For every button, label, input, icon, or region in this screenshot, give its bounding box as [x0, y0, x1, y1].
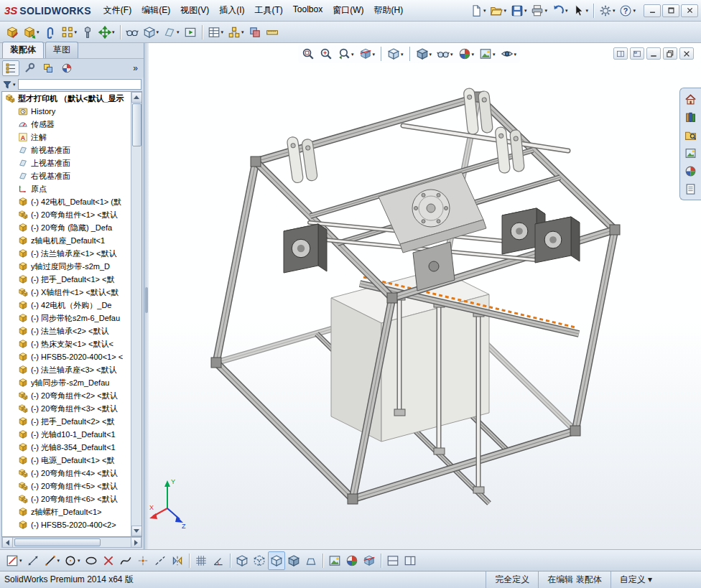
angle-snap-button[interactable] — [210, 551, 227, 570]
interference-detection-button[interactable] — [246, 23, 264, 42]
print-button[interactable]: ▾ — [529, 1, 549, 20]
section-view-button[interactable] — [361, 551, 378, 570]
tree-item[interactable]: (-) 光轴8-354_Default<1 — [2, 441, 131, 454]
dropdown-caret-icon[interactable]: ▾ — [373, 52, 376, 57]
tree-item[interactable]: (-) 20弯角组件<2> <默认 — [2, 389, 131, 402]
dropdown-caret-icon[interactable]: ▾ — [75, 29, 78, 34]
new-motion-study-button[interactable] — [182, 23, 199, 42]
display-style-button[interactable]: ▾ — [414, 45, 435, 62]
tree-item[interactable]: (-) 同步带轮s2m-6_Defau — [2, 312, 131, 325]
tree-item[interactable]: (-) HFSB5-2020-400<2> — [2, 518, 131, 531]
insert-component-button[interactable]: ▾ — [21, 23, 42, 42]
reference-geometry-button[interactable]: ▾ — [161, 23, 182, 42]
tree-item[interactable]: (-) 把手_Default<2> <默 — [2, 415, 131, 428]
dropdown-caret-icon[interactable]: ▾ — [351, 52, 354, 57]
menu-item[interactable]: 工具(T) — [249, 2, 287, 19]
dropdown-caret-icon[interactable]: ▾ — [483, 8, 486, 13]
grid-button[interactable] — [192, 551, 210, 570]
spline-button[interactable] — [117, 551, 134, 570]
help-button[interactable]: ?▾ — [617, 1, 638, 20]
show-hidden-components-button[interactable] — [124, 23, 141, 42]
edit-component-button[interactable] — [4, 23, 21, 42]
tree-item[interactable]: (-) 20弯角组件<1> <默认 — [2, 208, 131, 221]
menu-item[interactable]: 编辑(E) — [136, 2, 175, 19]
close-button[interactable] — [679, 47, 694, 60]
dropdown-caret-icon[interactable]: ▾ — [503, 8, 506, 13]
ellipse-button[interactable] — [83, 551, 100, 570]
task-pane-appearances-button[interactable] — [682, 163, 700, 179]
bill-of-materials-button[interactable]: ▾ — [205, 23, 226, 42]
pane-tab-featuremanager[interactable] — [2, 60, 19, 76]
dropdown-caret-icon[interactable]: ▾ — [585, 8, 588, 13]
tree-item[interactable]: (-) HFSB5-2020-400<1> < — [2, 350, 131, 363]
tree-item[interactable]: History — [2, 105, 131, 118]
edit-appearance-button[interactable] — [343, 551, 361, 570]
tree-item[interactable]: (-) 法兰轴承座<1> <默认 — [2, 247, 131, 260]
scroll-thumb[interactable] — [132, 103, 141, 146]
select-cursor-button[interactable]: ▾ — [570, 1, 590, 20]
mirror-entities-button[interactable] — [169, 551, 186, 570]
measure-button[interactable] — [264, 23, 281, 42]
hidden-lines-view-button[interactable] — [251, 551, 268, 570]
tree-item[interactable]: z轴电机座_Default<1 — [2, 234, 131, 247]
dropdown-caret-icon[interactable]: ▾ — [57, 558, 60, 563]
dropdown-caret-icon[interactable]: ▾ — [450, 52, 453, 57]
open-button[interactable]: ▾ — [488, 1, 509, 20]
window-minimize-button[interactable] — [644, 4, 661, 17]
dropdown-caret-icon[interactable]: ▾ — [493, 52, 496, 57]
tree-item[interactable]: (-) 把手_Default<1> <默 — [2, 273, 131, 286]
smart-fasteners-button[interactable] — [79, 23, 96, 42]
doc-tab[interactable]: 草图 — [45, 42, 78, 58]
options-gear-button[interactable]: ▾ — [597, 1, 618, 20]
tree-item[interactable]: 传感器 — [2, 118, 131, 131]
shaded-view-button[interactable] — [285, 551, 302, 570]
edit-appearance-button[interactable]: ▾ — [456, 45, 477, 62]
dropdown-caret-icon[interactable]: ▾ — [633, 8, 636, 13]
filter-caret-icon[interactable]: ▾ — [13, 82, 16, 87]
tree-root[interactable]: 型才打印机 （默认<默认_显示 — [2, 92, 131, 105]
tree-vertical-scrollbar[interactable] — [131, 92, 141, 536]
tree-item[interactable]: (-) 20弯角 (隐藏) _Defa — [2, 221, 131, 234]
scroll-down-button[interactable] — [131, 526, 142, 536]
tree-item[interactable]: (-) 法兰轴承<2> <默认 — [2, 325, 131, 337]
trim-entities-button[interactable] — [100, 551, 117, 570]
wireframe-view-button[interactable] — [233, 551, 251, 570]
undo-button[interactable]: ▾ — [549, 1, 570, 20]
window-close-button[interactable] — [681, 4, 698, 17]
display-pane-button[interactable] — [613, 47, 628, 60]
dropdown-caret-icon[interactable]: ▾ — [565, 8, 568, 13]
zoom-fit-button[interactable] — [300, 45, 317, 62]
tree-item[interactable]: (-) 20弯角组件<3> <默认 — [2, 402, 131, 415]
dropdown-caret-icon[interactable]: ▾ — [524, 8, 527, 13]
task-pane-custom-properties-button[interactable] — [682, 181, 700, 197]
dropdown-caret-icon[interactable]: ▾ — [514, 52, 517, 57]
preview-pane-button[interactable] — [630, 47, 644, 60]
dropdown-caret-icon[interactable]: ▾ — [472, 52, 475, 57]
display-pane-button[interactable] — [401, 551, 419, 570]
tree-item[interactable]: A注解 — [2, 131, 131, 144]
tree-item[interactable]: (-) 20弯角组件<4> <默认 — [2, 467, 131, 480]
tree-item[interactable]: (-) 光轴d10-1_Default<1 — [2, 428, 131, 441]
menu-item[interactable]: 插入(I) — [214, 2, 249, 19]
save-button[interactable]: ▾ — [509, 1, 529, 20]
dropdown-caret-icon[interactable]: ▾ — [430, 52, 432, 57]
dropdown-caret-icon[interactable]: ▾ — [78, 558, 80, 563]
menu-item[interactable]: 窗口(W) — [328, 2, 368, 19]
task-pane-design-library-button[interactable] — [682, 109, 700, 125]
split-pane-h-button[interactable] — [384, 551, 401, 570]
sketch-button[interactable]: ▾ — [4, 551, 24, 570]
tree-item[interactable]: (-) 法兰轴承座<3> <默认 — [2, 363, 131, 376]
new-document-button[interactable]: ▾ — [468, 1, 488, 20]
apply-scene-button[interactable]: ▾ — [477, 45, 498, 62]
dropdown-caret-icon[interactable]: ▾ — [241, 29, 244, 34]
dropdown-caret-icon[interactable]: ▾ — [544, 8, 547, 13]
restore-button[interactable] — [663, 47, 677, 60]
tree-item[interactable]: (-) 42电机（外购）_De — [2, 299, 131, 312]
dropdown-caret-icon[interactable]: ▾ — [19, 558, 22, 563]
tree-item[interactable]: (-) 20弯角组件<5> <默认 — [2, 480, 131, 493]
dropdown-caret-icon[interactable]: ▾ — [221, 29, 224, 34]
tree-item[interactable]: y轴同步带-s2m_Defau — [2, 376, 131, 389]
tree-item[interactable]: 原点 — [2, 182, 131, 195]
scroll-up-button[interactable] — [131, 92, 142, 103]
pane-overflow-chevron[interactable]: » — [129, 63, 141, 73]
